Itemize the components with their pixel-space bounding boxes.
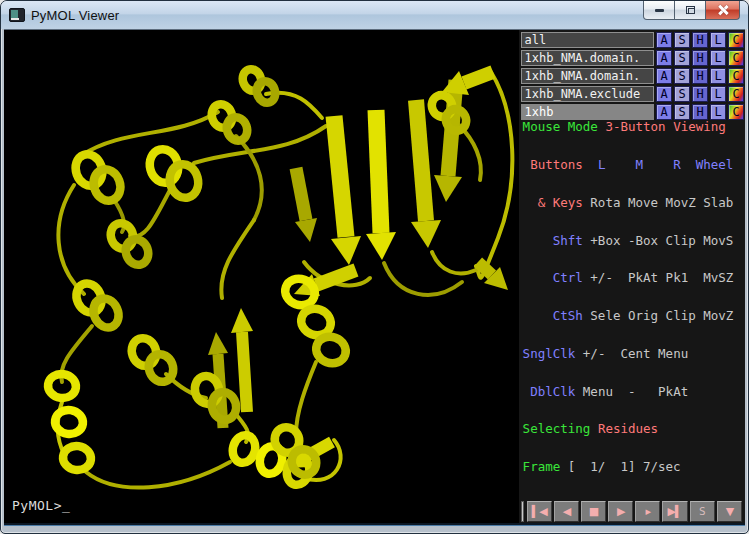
go-to-start-button[interactable]: ▍◀: [527, 501, 552, 522]
object-row: all A S H L C: [521, 32, 744, 48]
minimize-button[interactable]: [643, 1, 675, 20]
pymol-window: PyMOL Viewer: [0, 0, 749, 534]
show-button[interactable]: S: [674, 32, 690, 48]
panel-resize-handle[interactable]: [521, 501, 524, 522]
go-to-end-icon: ▶▍: [668, 505, 683, 518]
mouse-snglclk-row: SnglClk +/- Cent Menu: [523, 348, 734, 361]
app-icon: [9, 8, 25, 22]
label-button[interactable]: L: [710, 50, 726, 66]
protein-ribbon-1xhb: [4, 30, 519, 523]
object-row: 1xhb_NMA.domain. A S H L C: [521, 50, 744, 66]
label-button[interactable]: L: [710, 68, 726, 84]
go-to-start-icon: ▍◀: [532, 505, 547, 518]
mouse-buttons-header: Buttons L M R Wheel: [523, 159, 734, 172]
hide-button[interactable]: H: [692, 50, 708, 66]
color-button[interactable]: C: [728, 50, 744, 66]
playback-menu-button[interactable]: ▼: [717, 501, 742, 522]
mouse-dblclk-row: DblClk Menu - PkAt: [523, 386, 734, 399]
playback-bar: ▍◀ ◀ ■ ▶ ▸ ▶▍ S ▼: [521, 501, 743, 522]
step-forward-icon: ▸: [646, 505, 651, 518]
titlebar[interactable]: PyMOL Viewer: [1, 1, 748, 29]
play-icon: ▶: [617, 505, 624, 518]
maximize-icon: [686, 6, 695, 14]
close-icon: [718, 5, 728, 15]
color-button[interactable]: C: [728, 68, 744, 84]
mouse-keys-row: & Keys Rota Move MovZ Slab: [523, 197, 734, 210]
mouse-mode-line[interactable]: Mouse Mode 3-Button Viewing: [523, 121, 734, 134]
playback-menu-icon: ▼: [726, 505, 733, 518]
mouse-mode-panel: Mouse Mode 3-Button Viewing Buttons L M …: [523, 96, 734, 499]
minimize-icon: [655, 9, 664, 12]
hide-button[interactable]: H: [692, 32, 708, 48]
client-area: PyMOL>_ all A S H L C 1xhb_NMA.domain. A…: [4, 29, 745, 523]
selecting-mode-line[interactable]: Selecting Residues: [523, 423, 734, 436]
object-name[interactable]: 1xhb_NMA.domain.: [521, 68, 654, 84]
control-panel: all A S H L C 1xhb_NMA.domain. A S H L C…: [519, 30, 745, 523]
window-title: PyMOL Viewer: [31, 8, 119, 23]
action-button[interactable]: A: [656, 50, 672, 66]
command-prompt[interactable]: PyMOL>_: [12, 498, 70, 513]
action-button[interactable]: A: [656, 68, 672, 84]
mouse-ctrl-row: Ctrl +/- PkAt Pk1 MvSZ: [523, 272, 734, 285]
hide-button[interactable]: H: [692, 68, 708, 84]
object-name[interactable]: 1xhb_NMA.domain.: [521, 50, 654, 66]
color-button[interactable]: C: [728, 32, 744, 48]
close-button[interactable]: [705, 1, 740, 20]
maximize-button[interactable]: [675, 1, 705, 20]
step-back-button[interactable]: ◀: [554, 501, 579, 522]
show-button[interactable]: S: [674, 68, 690, 84]
step-forward-button[interactable]: ▸: [635, 501, 660, 522]
step-back-icon: ◀: [563, 505, 570, 518]
label-button[interactable]: L: [710, 32, 726, 48]
scene-toggle-button[interactable]: S: [690, 501, 715, 522]
show-button[interactable]: S: [674, 50, 690, 66]
go-to-end-button[interactable]: ▶▍: [662, 501, 687, 522]
object-row: 1xhb_NMA.domain. A S H L C: [521, 68, 744, 84]
stop-button[interactable]: ■: [581, 501, 606, 522]
play-button[interactable]: ▶: [608, 501, 633, 522]
action-button[interactable]: A: [656, 32, 672, 48]
stop-icon: ■: [589, 505, 598, 518]
scene-toggle-label: S: [699, 505, 706, 518]
molecule-viewport[interactable]: PyMOL>_: [4, 30, 519, 523]
object-name-all[interactable]: all: [521, 32, 654, 48]
mouse-shift-row: Shft +Box -Box Clip MovS: [523, 235, 734, 248]
frame-status-line[interactable]: Frame [ 1/ 1] 7/sec: [523, 461, 734, 474]
mouse-ctsh-row: CtSh Sele Orig Clip MovZ: [523, 310, 734, 323]
